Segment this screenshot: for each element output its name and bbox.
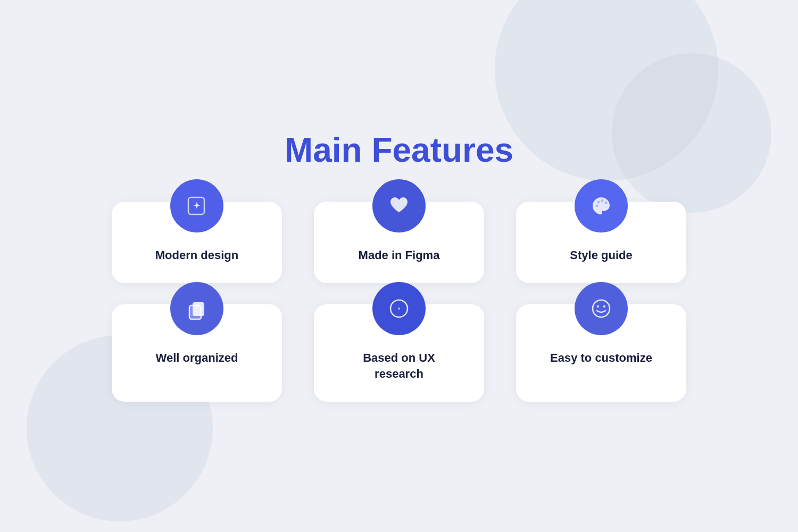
feature-label-made-in-figma: Made in Figma [359, 247, 440, 264]
icon-circle-made-in-figma [372, 179, 426, 232]
svg-point-4 [601, 199, 604, 202]
feature-label-well-organized: Well organized [156, 350, 238, 367]
svg-point-3 [597, 201, 600, 203]
features-grid: Modern design Made in Figma Style guide … [112, 202, 686, 402]
svg-rect-7 [189, 305, 201, 319]
feature-label-ux-research: Based on UXresearch [363, 350, 435, 383]
feature-label-modern-design: Modern design [155, 247, 238, 264]
svg-point-12 [603, 305, 605, 307]
icon-circle-ux-research [372, 282, 426, 335]
feature-label-easy-to-customize: Easy to customize [550, 350, 652, 367]
svg-point-11 [597, 305, 599, 307]
icon-circle-modern-design [170, 179, 223, 232]
icon-circle-style-guide [575, 179, 628, 232]
page-title: Main Features [285, 130, 513, 170]
icon-circle-well-organized [170, 282, 223, 335]
feature-card-ux-research: Based on UXresearch [314, 304, 484, 402]
svg-point-1 [196, 204, 198, 206]
feature-card-easy-to-customize: Easy to customize [516, 304, 686, 402]
svg-point-9 [398, 307, 400, 310]
svg-point-2 [596, 204, 598, 207]
icon-circle-easy-to-customize [575, 282, 628, 335]
svg-point-5 [605, 201, 608, 204]
feature-card-modern-design: Modern design [112, 202, 282, 283]
feature-label-style-guide: Style guide [570, 247, 632, 264]
feature-card-style-guide: Style guide [516, 202, 686, 283]
feature-card-well-organized: Well organized [112, 304, 282, 402]
svg-point-10 [593, 300, 610, 317]
feature-card-made-in-figma: Made in Figma [314, 202, 484, 283]
page-container: Main Features Modern design Made in Figm… [80, 130, 718, 402]
